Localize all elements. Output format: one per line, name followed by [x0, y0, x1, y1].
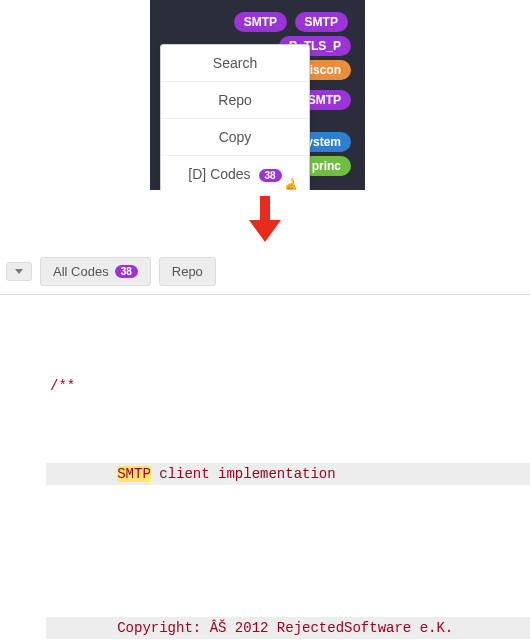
repo-button[interactable]: Repo	[159, 257, 216, 286]
tag-smtp-partial-1[interactable]: SMTP	[295, 12, 348, 32]
flow-arrow	[0, 190, 530, 251]
code-listing: /** SMTP client implementation Copyright…	[0, 295, 530, 640]
all-codes-badge: 38	[115, 265, 138, 278]
tag-row-1: SMTP SMTP	[160, 12, 355, 32]
menu-codes-label: [D] Codes	[188, 166, 250, 182]
menu-codes[interactable]: [D] Codes 38 ☝	[161, 156, 309, 190]
tag-panel: SMTP SMTP Search Repo Copy [D] Codes 38 …	[150, 0, 365, 190]
code-text	[50, 466, 117, 482]
tag-smtp[interactable]: SMTP	[234, 12, 287, 32]
pointer-cursor-icon: ☝	[281, 177, 301, 190]
arrow-down-icon	[247, 196, 283, 244]
menu-search[interactable]: Search	[161, 45, 309, 82]
context-menu: Search Repo Copy [D] Codes 38 ☝	[160, 44, 310, 190]
all-codes-label: All Codes	[53, 264, 109, 279]
dropdown-button[interactable]	[6, 262, 32, 281]
gutter	[0, 375, 46, 397]
code-toolbar: All Codes 38 Repo	[0, 251, 530, 295]
menu-copy[interactable]: Copy	[161, 119, 309, 156]
menu-repo[interactable]: Repo	[161, 82, 309, 119]
highlight-smtp: SMTP	[117, 466, 151, 482]
gutter	[0, 617, 46, 639]
all-codes-button[interactable]: All Codes 38	[40, 257, 151, 286]
code-text: client implementation	[151, 466, 336, 482]
code-text: /**	[50, 378, 75, 394]
chevron-down-icon	[15, 269, 23, 274]
code-text: Copyright: ÂŠ 2012 RejectedSoftware e.K.	[50, 620, 453, 636]
menu-codes-badge: 38	[259, 169, 282, 182]
gutter	[0, 463, 46, 485]
